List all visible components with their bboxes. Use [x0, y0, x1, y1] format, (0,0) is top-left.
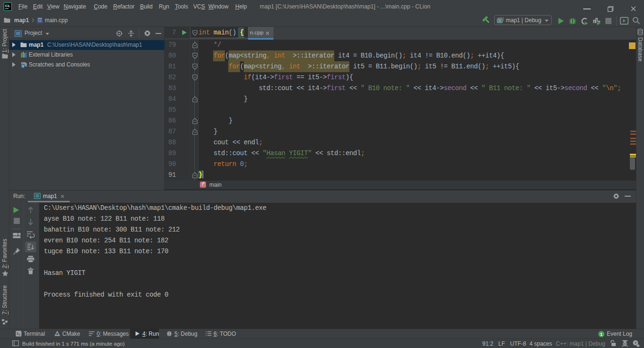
- svg-text:?: ?: [635, 341, 637, 345]
- svg-text:++: ++: [38, 19, 42, 23]
